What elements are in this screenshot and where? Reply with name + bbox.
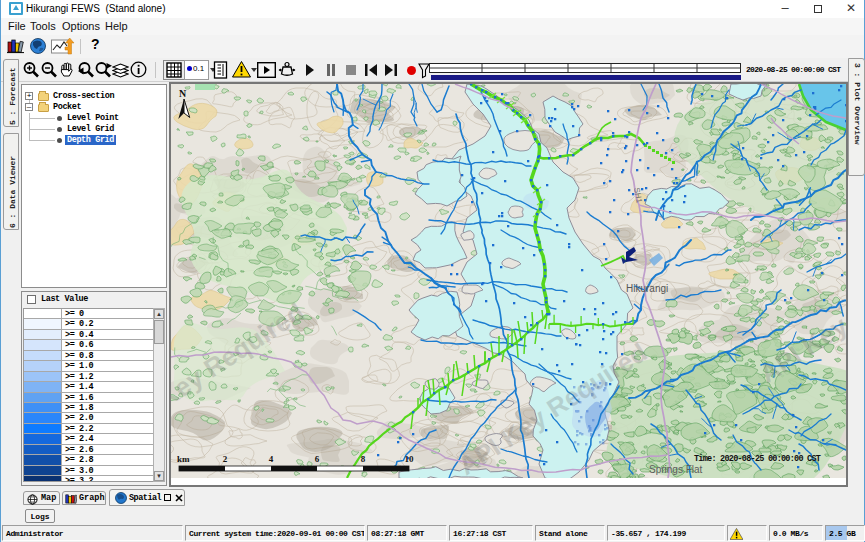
svg-text:6: 6 bbox=[315, 454, 320, 464]
svg-text:2: 2 bbox=[223, 454, 228, 464]
svg-text:km: km bbox=[177, 454, 190, 464]
svg-text:Time: 2020-08-25 00:00:00 CST: Time: 2020-08-25 00:00:00 CST bbox=[694, 454, 821, 464]
svg-text:N: N bbox=[179, 88, 187, 99]
svg-text:4: 4 bbox=[269, 454, 274, 464]
svg-text:10: 10 bbox=[405, 454, 415, 464]
svg-text:8: 8 bbox=[361, 454, 366, 464]
svg-text:Springs Flat: Springs Flat bbox=[649, 464, 703, 475]
svg-text:Hikurangi: Hikurangi bbox=[626, 283, 668, 294]
